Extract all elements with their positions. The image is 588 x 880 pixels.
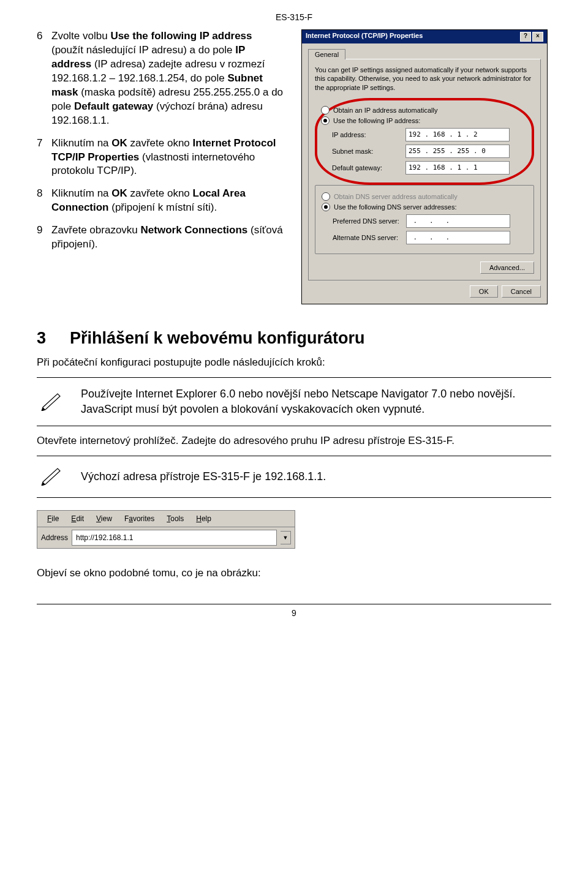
closing-text: Objeví se okno podobné tomu, co je na ob…	[37, 567, 551, 579]
input-gateway[interactable]: 192 . 168 . 1 . 1	[405, 161, 510, 175]
step-number: 9	[37, 224, 51, 252]
page-header: ES-315-F	[37, 12, 551, 22]
label-pdns: Preferred DNS server:	[333, 217, 406, 225]
radio-auto-ip-label: Obtain an IP address automatically	[333, 107, 437, 114]
radio-use-ip[interactable]: Use the following IP address:	[321, 116, 528, 125]
section-intro: Při počáteční konfiguraci postupujte pod…	[37, 356, 551, 369]
menu-help[interactable]: Help	[191, 513, 216, 524]
radio-icon	[321, 106, 330, 115]
section-number: 3	[37, 329, 70, 348]
chevron-down-icon[interactable]: ▼	[281, 531, 291, 544]
menu-edit[interactable]: Edit	[66, 513, 89, 524]
menu-file[interactable]: File	[42, 513, 64, 524]
label-adns: Alternate DNS server:	[333, 234, 406, 241]
step-item: 6Zvolte volbu Use the following IP addre…	[37, 29, 287, 128]
radio-auto-dns-label: Obtain DNS server address automatically	[334, 193, 458, 200]
menu-bar: File Edit View Favorites Tools Help	[37, 511, 295, 527]
radio-use-dns[interactable]: Use the following DNS server addresses:	[322, 203, 527, 211]
ok-button[interactable]: OK	[470, 285, 498, 298]
page-footer: 9	[37, 604, 551, 618]
close-icon[interactable]: ×	[532, 32, 543, 42]
label-gateway: Default gateway:	[332, 164, 405, 171]
step-item: 7Kliknutím na OK zavřete okno Internet P…	[37, 137, 287, 179]
address-input[interactable]: http://192.168.1.1	[72, 530, 277, 546]
step-item: 8Kliknutím na OK zavřete okno Local Area…	[37, 187, 287, 215]
dialog-titlebar: Internet Protocol (TCP/IP) Properties ? …	[302, 30, 547, 43]
step-number: 8	[37, 187, 51, 215]
highlight-oval: Obtain an IP address automatically Use t…	[315, 98, 534, 185]
note-text: Výchozí adresa přístroje ES-315-F je 192…	[81, 469, 551, 484]
radio-icon	[322, 203, 330, 211]
step-number: 7	[37, 137, 51, 179]
radio-use-ip-label: Use the following IP address:	[333, 117, 420, 124]
menu-view[interactable]: View	[91, 513, 117, 524]
step-body: Kliknutím na OK zavřete okno Local Area …	[51, 187, 287, 215]
input-pdns[interactable]: . . .	[406, 214, 510, 228]
step-body: Kliknutím na OK zavřete okno Internet Pr…	[51, 137, 287, 179]
advanced-button[interactable]: Advanced...	[480, 261, 534, 274]
radio-icon	[322, 192, 330, 201]
step-number: 6	[37, 29, 51, 128]
browser-window: File Edit View Favorites Tools Help Addr…	[37, 510, 295, 549]
step-item: 9Zavřete obrazovku Network Connections (…	[37, 224, 287, 252]
note-box: Používejte Internet Explorer 6.0 nebo no…	[37, 377, 551, 426]
step-body: Zvolte volbu Use the following IP addres…	[51, 29, 287, 128]
handwrite-icon	[37, 390, 66, 414]
label-mask: Subnet mask:	[332, 148, 405, 155]
step-body: Zavřete obrazovku Network Connections (s…	[51, 224, 287, 252]
note-box: Výchozí adresa přístroje ES-315-F je 192…	[37, 456, 551, 498]
tab-general[interactable]: General	[308, 49, 345, 59]
help-icon[interactable]: ?	[520, 32, 531, 42]
address-label: Address	[41, 533, 68, 542]
input-mask[interactable]: 255 . 255 . 255 . 0	[405, 145, 510, 158]
dialog-description: You can get IP settings assigned automat…	[315, 66, 534, 92]
open-browser-text: Otevřete internetový prohlížeč. Zadejte …	[37, 435, 551, 447]
steps-column: 6Zvolte volbu Use the following IP addre…	[37, 29, 287, 304]
label-ip: IP address:	[332, 131, 405, 138]
radio-icon	[321, 116, 330, 125]
radio-auto-ip[interactable]: Obtain an IP address automatically	[321, 106, 528, 115]
menu-favorites[interactable]: Favorites	[119, 513, 159, 524]
handwrite-icon	[37, 465, 66, 489]
radio-use-dns-label: Use the following DNS server addresses:	[334, 203, 457, 211]
radio-auto-dns: Obtain DNS server address automatically	[322, 192, 527, 201]
note-text: Používejte Internet Explorer 6.0 nebo no…	[81, 386, 551, 417]
dialog-title: Internet Protocol (TCP/IP) Properties	[306, 32, 423, 42]
cancel-button[interactable]: Cancel	[502, 285, 541, 298]
menu-tools[interactable]: Tools	[162, 513, 189, 524]
input-ip[interactable]: 192 . 168 . 1 . 2	[405, 128, 510, 141]
tcpip-properties-dialog: Internet Protocol (TCP/IP) Properties ? …	[301, 29, 548, 304]
section-title: Přihlášení k webovému konfigurátoru	[70, 329, 365, 347]
section-heading: 3Přihlášení k webovému konfigurátoru	[37, 329, 551, 348]
input-adns[interactable]: . . .	[406, 231, 510, 244]
